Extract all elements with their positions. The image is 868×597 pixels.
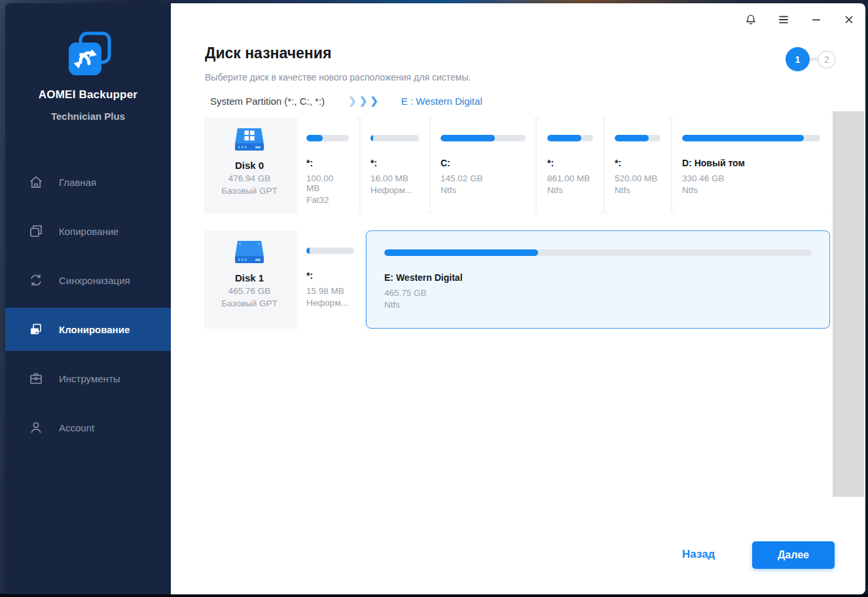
sidebar-item-label: Клонирование: [59, 324, 130, 335]
partition-label: *:: [547, 158, 593, 168]
partition-filesystem: Ntfs: [441, 185, 526, 195]
vertical-scrollbar[interactable]: [833, 111, 864, 497]
step-indicator-current: 1: [786, 47, 810, 71]
app-name: AOMEI Backupper: [5, 88, 171, 101]
sidebar-item-label: Account: [59, 422, 94, 433]
menu-icon[interactable]: [776, 12, 791, 27]
sidebar-item-home[interactable]: Главная: [5, 160, 171, 204]
sidebar-item-label: Инструменты: [59, 373, 120, 384]
partition-label: *:: [306, 158, 349, 168]
step-indicator-next: 2: [818, 50, 836, 69]
partition-filesystem: Неформ...: [306, 298, 354, 308]
sidebar-item-tools[interactable]: Инструменты: [5, 357, 171, 400]
back-button[interactable]: Назад: [682, 548, 715, 561]
partition-size: 15.98 MB: [306, 286, 354, 296]
chevron-right-icon: ❯: [370, 95, 379, 107]
partition-filesystem: Ntfs: [682, 185, 820, 195]
partition-card-disk0-0[interactable]: *:100.00 MBFat32: [297, 118, 359, 213]
usage-bar: [306, 135, 349, 141]
partition-filesystem: Неформ...: [371, 185, 419, 195]
sidebar-item-label: Главная: [59, 177, 96, 188]
usage-bar-fill: [682, 135, 804, 141]
sync-icon: [27, 272, 45, 289]
usage-bar-fill: [306, 247, 310, 254]
next-button[interactable]: Далее: [752, 541, 835, 569]
usage-bar: [384, 249, 812, 256]
disk-windows-icon: [204, 125, 295, 158]
disk-size: 465.76 GB: [204, 286, 295, 296]
partition-label: *:: [306, 270, 354, 281]
partition-size: 861.00 MB: [547, 173, 593, 183]
partition-size: 16.00 MB: [371, 173, 419, 183]
disk-name: Disk 0: [204, 160, 295, 171]
usage-bar: [547, 135, 593, 141]
sidebar-item-clone[interactable]: Клонирование: [5, 308, 171, 351]
minimize-icon[interactable]: [809, 12, 823, 27]
usage-bar: [441, 135, 526, 141]
breadcrumb-source: System Partition (*:, C:, *:): [210, 96, 325, 107]
partition-filesystem: Ntfs: [384, 300, 812, 310]
partition-card-disk1-1[interactable]: E: Western Digital465.75 GBNtfs: [366, 230, 830, 329]
copy-icon: [27, 223, 45, 240]
sidebar-item-account[interactable]: Account: [5, 406, 171, 449]
page-title: Диск назначения: [205, 45, 331, 62]
partition-filesystem: Ntfs: [547, 185, 593, 195]
partition-label: *:: [615, 158, 660, 168]
app-logo-block: AOMEI Backupper Technician Plus: [5, 29, 171, 122]
sidebar-item-sync[interactable]: Синхронизация: [5, 259, 171, 302]
titlebar-icons: [744, 12, 856, 27]
person-icon: [27, 419, 45, 436]
app-logo-icon: [63, 29, 113, 79]
app-window: AOMEI Backupper Technician Plus ГлавнаяК…: [5, 3, 865, 594]
disk-plain-icon: [204, 238, 295, 270]
sidebar-item-label: Копирование: [59, 226, 118, 237]
usage-bar: [306, 247, 354, 254]
breadcrumb-target[interactable]: E : Western Digital: [401, 96, 482, 107]
close-icon[interactable]: [842, 12, 856, 27]
disk-row-1: Disk 1465.76 GBБазовый GPT*:15.98 MBНефо…: [204, 230, 830, 329]
partition-filesystem: Ntfs: [615, 185, 660, 195]
partition-size: 330.46 GB: [682, 173, 820, 183]
usage-bar-fill: [306, 135, 323, 141]
disk-size: 476.94 GB: [204, 173, 295, 183]
partition-card-disk0-2[interactable]: C:145.02 GBNtfs: [431, 118, 535, 213]
partition-label: E: Western Digital: [384, 272, 812, 283]
partition-size: 465.75 GB: [384, 288, 812, 298]
briefcase-icon: [27, 370, 45, 387]
partition-size: 520.00 MB: [615, 173, 660, 183]
disk-type: Базовый GPT: [204, 298, 295, 308]
partition-card-disk0-5[interactable]: D: Новый том330.46 GBNtfs: [672, 118, 830, 213]
usage-bar-fill: [615, 135, 649, 141]
usage-bar: [371, 135, 419, 141]
app-edition: Technician Plus: [5, 111, 171, 122]
partition-label: D: Новый том: [682, 158, 820, 168]
partition-card-disk0-1[interactable]: *:16.00 MBНеформ...: [361, 118, 429, 213]
partition-card-disk1-0[interactable]: *:15.98 MBНеформ...: [297, 230, 364, 329]
disk-name: Disk 1: [204, 272, 295, 283]
partition-size: 145.02 GB: [441, 173, 526, 183]
page-subtitle: Выберите диск в качестве нового располож…: [205, 72, 471, 82]
sidebar: AOMEI Backupper Technician Plus ГлавнаяК…: [5, 3, 171, 594]
partition-card-disk0-3[interactable]: *:861.00 MBNtfs: [537, 118, 603, 213]
breadcrumb: System Partition (*:, C:, *:) ❯ ❯ ❯ E : …: [210, 95, 482, 107]
sidebar-item-label: Синхронизация: [59, 275, 130, 286]
disk-row-0: Disk 0476.94 GBБазовый GPT*:100.00 MBFat…: [204, 118, 830, 213]
disk-info-0[interactable]: Disk 0476.94 GBБазовый GPT: [204, 118, 295, 213]
bell-icon[interactable]: [744, 12, 758, 27]
partition-size: 100.00 MB: [306, 173, 349, 193]
usage-bar-fill: [371, 135, 373, 141]
partition-label: *:: [371, 158, 419, 168]
home-icon: [27, 173, 45, 190]
usage-bar-fill: [384, 249, 538, 256]
usage-bar-fill: [547, 135, 581, 141]
partition-label: C:: [441, 158, 526, 168]
sidebar-item-backup[interactable]: Копирование: [5, 209, 171, 253]
disk-info-1[interactable]: Disk 1465.76 GBБазовый GPT: [204, 230, 295, 329]
partition-card-disk0-4[interactable]: *:520.00 MBNtfs: [605, 118, 670, 213]
chevron-right-icon: ❯: [359, 95, 369, 107]
usage-bar: [682, 135, 820, 141]
usage-bar: [615, 135, 660, 141]
sidebar-nav: ГлавнаяКопированиеСинхронизацияКлонирова…: [5, 160, 171, 455]
clone-icon: [27, 321, 45, 338]
disk-type: Базовый GPT: [204, 186, 295, 196]
